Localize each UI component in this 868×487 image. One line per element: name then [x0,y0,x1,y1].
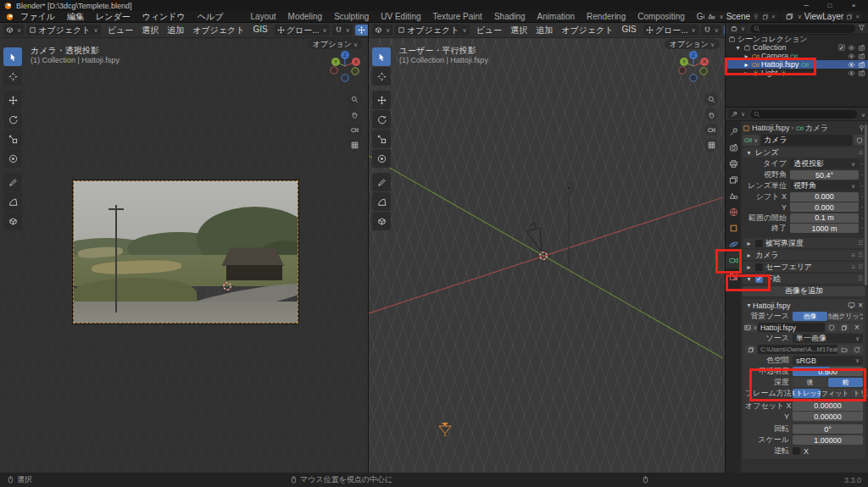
options-popover-button[interactable]: オプション∨ [665,39,720,49]
remove-viewlayer-icon[interactable]: × [855,13,860,20]
drag-handle-icon[interactable]: ⠿ [858,252,863,259]
tab-texture[interactable] [726,268,741,285]
filter-icon[interactable] [858,24,865,33]
menu-object[interactable]: オブジェクト [557,25,617,36]
tab-texture-paint[interactable]: Texture Paint [427,12,488,21]
fov-field[interactable]: 50.4° [790,170,859,180]
tab-modeling[interactable]: Modeling [282,12,329,21]
render-visibility-icon[interactable] [858,53,865,60]
ortho-toggle-icon[interactable] [704,138,718,152]
breadcrumb-data[interactable]: カメラ [805,123,829,134]
tool-add-cube[interactable] [372,212,391,230]
fake-user-shield-icon[interactable] [826,323,837,332]
hide-eye-icon[interactable] [848,44,855,52]
display-monitor-icon[interactable] [848,302,855,309]
viewport-left-body[interactable]: カメラ・透視投影 (1) Collection | Hattoji.fspy オ… [0,38,368,473]
fake-user-shield-icon[interactable] [854,135,865,146]
id-type-icon[interactable]: ∨ [743,135,760,146]
menu-view[interactable]: ビュー [103,25,137,36]
camera-view-icon[interactable] [348,123,361,136]
maximize-button[interactable]: □ [819,0,841,11]
tool-transform[interactable] [3,149,22,168]
tool-rotate[interactable] [372,110,391,129]
menu-help[interactable]: ヘルプ [192,11,230,23]
tab-object-data-camera[interactable] [726,252,741,268]
flip-x-checkbox[interactable] [793,447,800,455]
expand-icon[interactable]: ▸ [743,69,750,77]
tab-physics[interactable] [726,236,741,252]
offset-x-field[interactable]: 0.00000 [793,401,863,411]
add-image-button[interactable]: 画像を追加 [743,286,865,296]
drag-handle-icon[interactable]: ⠿ [858,240,863,247]
new-viewlayer-icon[interactable] [846,14,853,20]
mode-dropdown[interactable]: オブジェクト∨ [26,25,101,36]
transform-orientation-dropdown[interactable]: グロー...∨ [275,25,330,36]
frame-crop-button[interactable]: トリム [850,389,868,398]
drag-handle-icon[interactable]: ⠿ [858,275,863,283]
zoom-icon[interactable] [348,92,361,106]
menu-object[interactable]: オブジェクト [188,25,248,36]
ortho-toggle-icon[interactable] [348,138,361,152]
breadcrumb-object[interactable]: Hattoji.fspy [752,124,790,132]
unlink-icon[interactable]: × [851,323,863,332]
render-visibility-icon[interactable] [858,44,865,52]
tool-measure[interactable] [3,192,22,211]
tab-world[interactable] [726,204,741,220]
scene-selector[interactable]: ∨ Scene × [704,12,779,21]
drag-handle-icon[interactable]: ≡ [859,149,863,157]
snap-toggle[interactable]: ∨ [355,25,368,36]
tool-measure[interactable] [372,192,391,211]
menu-add[interactable]: 追加 [531,25,557,36]
image-browse-dropdown[interactable]: ∨ [745,323,757,332]
reload-icon[interactable] [851,345,863,354]
tool-add-cube[interactable] [3,212,22,230]
tab-object[interactable] [726,220,741,236]
editor-type-button[interactable]: ∨ [728,109,748,119]
expand-icon[interactable]: ▾ [734,44,742,52]
hide-eye-icon[interactable] [848,69,855,77]
viewport-right-body[interactable]: ユーザー・平行投影 (1) Collection | Hattoji.fspy … [369,38,725,473]
copies-icon[interactable] [838,323,850,332]
menu-edit[interactable]: 編集 [61,11,90,23]
menu-view[interactable]: ビュー [472,25,506,36]
outliner-search-input[interactable] [750,25,855,33]
hide-eye-icon[interactable] [848,53,855,60]
panel-camera-header[interactable]: ▸ カメラ ≡⠿ [743,250,865,260]
frame-stretch-button[interactable]: ストレッチ [793,389,821,398]
clip-end-field[interactable]: 1000 m [790,224,859,233]
tab-output[interactable] [726,156,741,172]
subpanel-header[interactable]: ▾ Hattoji.fspy × [745,301,863,310]
colorspace-dropdown[interactable]: sRGB∨ [793,356,863,365]
properties-search-input[interactable] [750,110,857,119]
tab-compositing[interactable]: Compositing [632,12,691,21]
tool-annotate[interactable] [3,173,22,191]
tab-rendering[interactable]: Rendering [581,12,632,21]
scale-field[interactable]: 1.00000 [793,435,863,445]
viewlayer-selector[interactable]: ∨ ViewLayer × [782,12,863,21]
close-button[interactable]: × [843,0,865,11]
tool-annotate[interactable] [372,173,391,191]
tab-view-layer[interactable] [726,172,741,188]
tab-layout[interactable]: Layout [245,12,282,21]
snap-toggle[interactable]: ∨ [724,25,725,36]
tool-scale[interactable] [372,130,391,148]
id-name-field[interactable]: カメラ [761,135,852,146]
tab-scene[interactable] [726,188,741,204]
mode-dropdown[interactable]: オブジェクト∨ [395,25,470,36]
tab-uv-editing[interactable]: UV Editing [375,12,426,21]
lens-unit-dropdown[interactable]: 視野角∨ [790,181,859,191]
shift-y-field[interactable]: 0.000 [790,202,859,212]
drag-handle-icon[interactable]: ⠿ [858,263,863,271]
render-visibility-icon[interactable] [858,69,865,77]
tab-sculpting[interactable]: Sculpting [328,12,375,21]
transform-orientation-dropdown[interactable]: グロー...∨ [643,25,698,36]
clip-start-field[interactable]: 0.1 m [790,213,859,223]
tool-move[interactable] [372,91,391,109]
render-visibility-icon[interactable] [858,61,865,69]
panel-safe-areas-header[interactable]: ▸ セーフエリア ≡⠿ [743,262,865,272]
tool-transform[interactable] [372,149,391,168]
panel-lens-header[interactable]: ▾ レンズ ≡ [743,147,865,158]
snap-dropdown[interactable]: ∨ [332,25,353,36]
open-folder-icon[interactable] [838,345,850,354]
tab-render[interactable] [726,140,741,156]
